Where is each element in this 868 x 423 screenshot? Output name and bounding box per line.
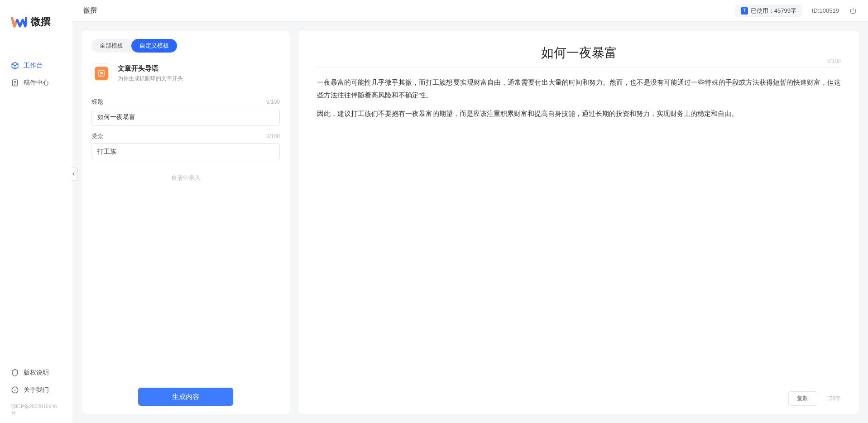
tab-custom-templates[interactable]: 自定义模板 — [131, 39, 177, 53]
field-label: 标题 — [91, 98, 103, 106]
result-paragraph: 因此，建议打工族们不要抱有一夜暴富的期望，而是应该注重积累财富和提高自身技能，通… — [317, 108, 841, 120]
field-count: 3/100 — [266, 133, 280, 139]
sidebar-item-about[interactable]: 关于我们 — [0, 381, 72, 399]
power-icon[interactable] — [849, 7, 857, 15]
sidebar-item-copyright[interactable]: 版权说明 — [0, 364, 72, 381]
sidebar-item-drafts[interactable]: 稿件中心 — [0, 74, 72, 91]
icp-text: 鄂ICP备2022016946号 — [0, 401, 72, 418]
input-panel: 全部模板 自定义模板 文章开头导语 为你生成抓眼球的文章开头 — [82, 31, 290, 414]
logo: 微撰 — [0, 14, 72, 57]
title-input[interactable] — [91, 109, 280, 126]
tab-all-templates[interactable]: 全部模板 — [91, 39, 131, 53]
article-intro-icon — [95, 67, 108, 80]
generate-button[interactable]: 生成内容 — [138, 388, 233, 406]
sidebar-item-label: 工作台 — [24, 62, 43, 70]
main: 微撰 T 已使用：45799字 ID:100519 全部模板 自定义模板 — [72, 0, 868, 423]
logo-text: 微撰 — [31, 15, 51, 29]
field-label: 受众 — [91, 132, 103, 140]
shield-icon — [11, 369, 19, 377]
sidebar-item-label: 稿件中心 — [24, 79, 49, 87]
text-count-icon: T — [741, 7, 748, 14]
output-panel: 如何一夜暴富 6/100 一夜暴富的可能性几乎微乎其微，而打工族想要实现财富自由… — [299, 31, 859, 414]
result-body: 一夜暴富的可能性几乎微乎其微，而打工族想要实现财富自由，通常需要付出大量的时间和… — [317, 77, 841, 127]
sidebar-item-label: 版权说明 — [24, 369, 49, 377]
page-title: 微撰 — [83, 6, 97, 15]
template-header: 文章开头导语 为你生成抓眼球的文章开头 — [91, 61, 280, 91]
user-id: ID:100519 — [812, 7, 839, 14]
usage-badge[interactable]: T 已使用：45799字 — [735, 5, 802, 17]
info-icon — [11, 386, 19, 394]
auto-clear-hint[interactable]: 自清空录入 — [91, 174, 280, 182]
result-title-row: 如何一夜暴富 6/100 — [317, 44, 841, 67]
template-tabs: 全部模板 自定义模板 — [91, 39, 177, 53]
field-title: 标题 6/100 — [91, 98, 280, 126]
template-icon — [91, 63, 111, 83]
result-footer: 复制 158字 — [788, 391, 841, 406]
sidebar-item-workspace[interactable]: 工作台 — [0, 57, 72, 74]
template-title: 文章开头导语 — [118, 64, 183, 73]
topbar: 微撰 T 已使用：45799字 ID:100519 — [72, 0, 868, 22]
cube-icon — [11, 62, 19, 70]
footer-nav: 版权说明 关于我们 — [0, 364, 72, 401]
logo-icon — [11, 14, 27, 30]
field-count: 6/100 — [266, 99, 280, 105]
usage-text: 已使用：45799字 — [751, 7, 796, 15]
sidebar-item-label: 关于我们 — [24, 386, 49, 394]
template-info: 文章开头导语 为你生成抓眼球的文章开头 — [118, 64, 183, 82]
result-title: 如何一夜暴富 — [317, 44, 841, 62]
collapse-sidebar-button[interactable] — [71, 168, 77, 180]
sidebar: 微撰 工作台 稿件中心 版权说明 — [0, 0, 72, 423]
word-count: 158字 — [826, 395, 841, 403]
topbar-right: T 已使用：45799字 ID:100519 — [735, 5, 857, 17]
field-audience: 受众 3/100 — [91, 132, 280, 160]
copy-button[interactable]: 复制 — [788, 391, 817, 406]
template-desc: 为你生成抓眼球的文章开头 — [118, 75, 183, 82]
result-title-count: 6/100 — [827, 58, 841, 64]
doc-icon — [11, 79, 19, 87]
chevron-left-icon — [72, 172, 76, 176]
audience-input[interactable] — [91, 143, 280, 160]
content: 全部模板 自定义模板 文章开头导语 为你生成抓眼球的文章开头 — [72, 22, 868, 423]
result-paragraph: 一夜暴富的可能性几乎微乎其微，而打工族想要实现财富自由，通常需要付出大量的时间和… — [317, 77, 841, 101]
primary-nav: 工作台 稿件中心 — [0, 57, 72, 364]
